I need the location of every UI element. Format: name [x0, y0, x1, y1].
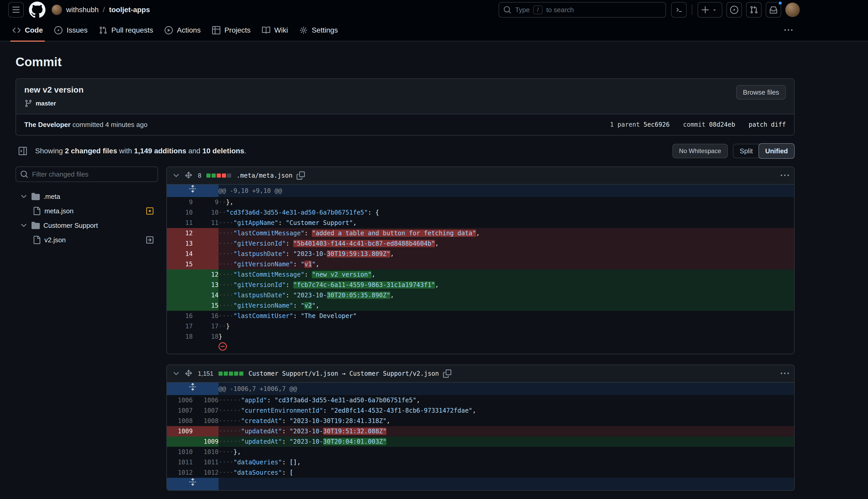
pull-requests-button[interactable]	[746, 2, 762, 17]
file-options-button[interactable]	[781, 171, 789, 180]
new-line-number[interactable]	[193, 259, 218, 269]
plus-icon	[701, 6, 709, 14]
user-avatar-button[interactable]	[785, 3, 800, 17]
branch-indicator[interactable]: master	[24, 99, 84, 108]
tree-file-v2-json[interactable]: v2.json	[15, 233, 158, 247]
inbox-button[interactable]	[766, 2, 781, 17]
hamburger-menu-button[interactable]	[8, 2, 24, 17]
hunk-header-row: @@ -9,10 +9,10 @@	[167, 185, 794, 197]
new-line-number[interactable]	[193, 228, 218, 239]
tab-code[interactable]: Code	[8, 23, 47, 38]
old-line-number[interactable]: 1006	[167, 395, 193, 405]
old-line-number[interactable]	[167, 269, 193, 280]
tree-folder-meta[interactable]: .meta	[15, 189, 158, 204]
new-line-number[interactable]: 16	[193, 311, 218, 321]
old-line-number[interactable]: 9	[167, 197, 193, 207]
file-tree-toggle-button[interactable]	[15, 144, 30, 158]
tab-wiki[interactable]: Wiki	[258, 23, 292, 38]
tab-label: Pull requests	[111, 26, 153, 34]
old-line-number[interactable]	[167, 280, 193, 290]
new-line-number[interactable]: 9	[193, 197, 218, 207]
old-line-number[interactable]	[167, 290, 193, 301]
filter-changed-files-input[interactable]	[15, 167, 158, 182]
old-line-number[interactable]: 1012	[167, 467, 193, 478]
browse-files-button[interactable]: Browse files	[736, 85, 786, 99]
drag-file-handle[interactable]	[185, 369, 193, 378]
expand-hunk-button[interactable]	[167, 383, 218, 395]
create-new-button[interactable]	[697, 2, 722, 17]
copy-path-button[interactable]	[297, 171, 305, 180]
github-logo[interactable]	[29, 2, 46, 18]
new-line-number[interactable]: 1009	[193, 436, 218, 447]
old-line-number[interactable]: 13	[167, 239, 193, 249]
diff-list: 8 .meta/meta.json @@ -9,10 +9,10 @@ 9 9 …	[166, 167, 795, 491]
command-palette-button[interactable]	[671, 2, 687, 17]
new-line-number[interactable]: 17	[193, 321, 218, 331]
new-line-number[interactable]: 11	[193, 218, 218, 228]
old-line-number[interactable]: 1007	[167, 405, 193, 416]
committer-name[interactable]: The Developer	[24, 121, 71, 129]
split-view-button[interactable]: Split	[733, 144, 759, 158]
old-line-number[interactable]: 14	[167, 249, 193, 259]
old-line-number[interactable]: 1008	[167, 416, 193, 426]
new-line-number[interactable]	[193, 239, 218, 249]
new-line-number[interactable]: 1008	[193, 416, 218, 426]
new-line-number[interactable]: 14	[193, 290, 218, 301]
collapse-file-button[interactable]	[172, 171, 180, 180]
diff-link[interactable]: diff	[771, 121, 786, 128]
code-line: ····"gitVersionName": "v1",	[218, 259, 794, 269]
old-line-number[interactable]: 12	[167, 228, 193, 239]
file-options-button[interactable]	[781, 369, 789, 378]
tab-settings[interactable]: Settings	[295, 23, 342, 38]
old-line-number[interactable]: 1011	[167, 457, 193, 467]
tree-file-meta-json[interactable]: meta.json	[15, 204, 158, 218]
tab-projects[interactable]: Projects	[208, 23, 255, 38]
expand-hunk-button[interactable]	[167, 185, 218, 197]
new-line-number[interactable]: 1007	[193, 405, 218, 416]
diff-file-header: 1,151 Customer Support/v1.json → Custome…	[167, 365, 794, 383]
git-branch-icon	[24, 99, 33, 108]
old-line-number[interactable]	[167, 436, 193, 447]
new-line-number[interactable]: 18	[193, 331, 218, 342]
old-line-number[interactable]	[167, 301, 193, 311]
old-line-number[interactable]: 18	[167, 331, 193, 342]
breadcrumb-repo[interactable]: tooljet-apps	[109, 6, 150, 14]
search-icon	[503, 6, 512, 14]
old-line-number[interactable]: 10	[167, 207, 193, 218]
new-line-number[interactable]	[193, 249, 218, 259]
search-input[interactable]: Type / to search	[499, 2, 666, 17]
diffstat-block-neutral	[227, 173, 231, 178]
new-line-number[interactable]: 1006	[193, 395, 218, 405]
new-line-number[interactable]: 1011	[193, 457, 218, 467]
new-line-number[interactable]: 1010	[193, 447, 218, 457]
parent-sha-link[interactable]: 5ec6926	[643, 121, 670, 128]
new-line-number[interactable]: 12	[193, 269, 218, 280]
breadcrumb-owner[interactable]: withshubh	[66, 6, 99, 14]
new-line-number[interactable]	[193, 426, 218, 436]
tab-issues[interactable]: Issues	[50, 23, 92, 38]
tab-actions[interactable]: Actions	[161, 23, 205, 38]
copy-path-button[interactable]	[443, 369, 451, 378]
old-line-number[interactable]: 1009	[167, 426, 193, 436]
new-line-number[interactable]: 1012	[193, 467, 218, 478]
old-line-number[interactable]: 1010	[167, 447, 193, 457]
patch-link[interactable]: patch	[749, 121, 767, 128]
new-line-number[interactable]: 13	[193, 280, 218, 290]
slash-keycap: /	[533, 5, 542, 14]
old-line-number[interactable]: 15	[167, 259, 193, 269]
code-line: ······"updatedAt": "2023-10-30T19:51:32.…	[218, 426, 794, 436]
old-line-number[interactable]: 17	[167, 321, 193, 331]
no-whitespace-button[interactable]: No Whitespace	[672, 144, 728, 158]
old-line-number[interactable]: 16	[167, 311, 193, 321]
tab-pull-requests[interactable]: Pull requests	[95, 23, 157, 38]
unified-view-button[interactable]: Unified	[758, 143, 795, 159]
new-line-number[interactable]: 10	[193, 207, 218, 218]
new-line-number[interactable]: 15	[193, 301, 218, 311]
collapse-file-button[interactable]	[172, 369, 180, 378]
issues-button[interactable]	[727, 2, 742, 17]
nav-overflow-button[interactable]	[781, 23, 796, 37]
old-line-number[interactable]: 11	[167, 218, 193, 228]
tree-folder-customer-support[interactable]: Customer Support	[15, 218, 158, 233]
drag-file-handle[interactable]	[185, 171, 193, 180]
expand-hunk-button[interactable]	[167, 478, 218, 490]
